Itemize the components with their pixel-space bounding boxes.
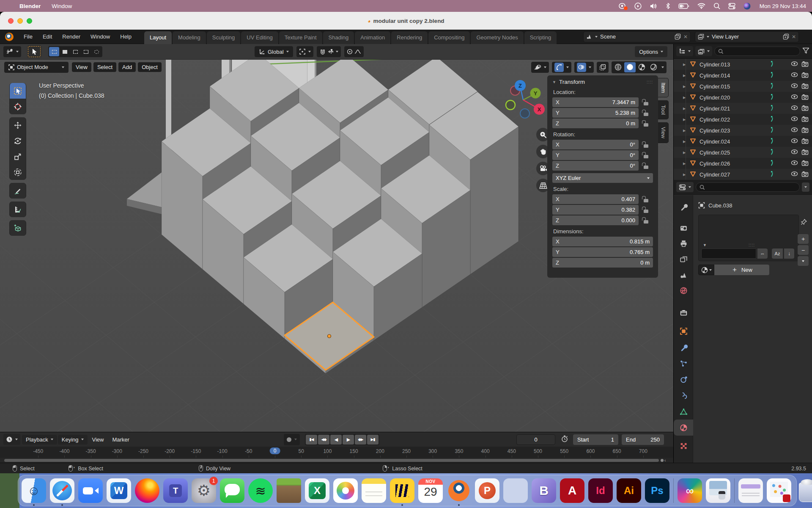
location-z-field[interactable]: Z0 m xyxy=(552,119,653,128)
timeline-menu-playback[interactable]: Playback xyxy=(22,435,57,444)
remove-slot-button[interactable]: − xyxy=(798,245,809,255)
control-center-icon[interactable] xyxy=(728,3,735,9)
outliner-row-cylinder-027[interactable]: ▶Cylinder.027 xyxy=(674,169,812,180)
sidebar-tab-item[interactable]: Item xyxy=(658,78,669,97)
disable-render-icon[interactable] xyxy=(801,94,809,101)
hide-viewport-icon[interactable] xyxy=(791,94,798,101)
object-name[interactable]: Cylinder.024 xyxy=(700,138,730,145)
rotation-z-field[interactable]: Z0° xyxy=(552,161,653,171)
object-name[interactable]: Cylinder.023 xyxy=(700,127,730,134)
select-mode-intersect-button[interactable] xyxy=(91,47,102,56)
shading-material-button[interactable] xyxy=(636,62,647,72)
jump-next-keyframe-button[interactable]: ◆▶ xyxy=(355,435,366,444)
play-reverse-button[interactable]: ◀ xyxy=(330,435,342,444)
tool-select-box-button[interactable] xyxy=(9,83,26,99)
jump-to-end-button[interactable]: ▶▮ xyxy=(367,435,379,444)
dock-firefox[interactable] xyxy=(135,478,159,503)
slot-specials-button[interactable] xyxy=(798,256,809,266)
workspace-tab-rendering[interactable]: Rendering xyxy=(391,31,428,44)
rotation-mode-select[interactable]: XYZ Euler xyxy=(552,173,653,183)
disable-render-icon[interactable] xyxy=(801,160,809,167)
dock-word[interactable]: W xyxy=(107,478,131,503)
properties-options-button[interactable] xyxy=(802,182,809,192)
workspace-tab-animation[interactable]: Animation xyxy=(355,31,390,44)
properties-editor-type-button[interactable] xyxy=(676,182,694,192)
slot-expand-icon[interactable]: ▼ xyxy=(703,243,707,247)
lock-icon[interactable] xyxy=(644,199,648,202)
hide-viewport-icon[interactable] xyxy=(791,127,798,134)
tool-scale-button[interactable] xyxy=(9,149,26,164)
timeline-editor-type-button[interactable] xyxy=(3,434,20,445)
dock-launchpad[interactable] xyxy=(503,478,528,503)
swap-material-button[interactable]: ⇔ xyxy=(757,248,768,259)
pivot-point-button[interactable] xyxy=(296,46,313,57)
properties-tab-object[interactable] xyxy=(677,325,690,337)
properties-tab-output[interactable] xyxy=(677,237,690,250)
outliner-row-cylinder-023[interactable]: ▶Cylinder.023 xyxy=(674,125,812,136)
hide-viewport-icon[interactable] xyxy=(791,171,798,178)
properties-tab-constraints[interactable] xyxy=(677,389,690,402)
expand-icon[interactable]: ▶ xyxy=(683,63,687,66)
outliner-display-mode-button[interactable] xyxy=(695,46,712,56)
disable-render-icon[interactable] xyxy=(801,83,809,90)
bluetooth-icon[interactable] xyxy=(666,3,670,9)
lock-icon[interactable] xyxy=(644,144,648,148)
properties-tab-scene[interactable] xyxy=(677,268,690,281)
transform-orientation-select[interactable]: Global xyxy=(255,46,293,57)
topbar-menu-help[interactable]: Help xyxy=(120,33,132,40)
dock-calendar[interactable]: NOV29 xyxy=(418,478,443,503)
expand-icon[interactable]: ▶ xyxy=(683,129,687,133)
dock-folder-photo[interactable] xyxy=(706,478,730,503)
workspace-tab-texture-paint[interactable]: Texture Paint xyxy=(279,31,322,44)
dock-safari[interactable] xyxy=(50,478,74,503)
tool-add-cube-button[interactable] xyxy=(9,220,26,236)
editor-type-button[interactable] xyxy=(3,46,21,57)
dock-powerpoint[interactable]: P xyxy=(475,478,499,503)
scale-z-field[interactable]: Z0.000 xyxy=(552,215,653,225)
properties-tab-particles[interactable] xyxy=(677,357,690,370)
dock-trash[interactable] xyxy=(795,478,812,503)
new-view-layer-icon[interactable] xyxy=(783,33,789,40)
disable-render-icon[interactable] xyxy=(801,105,809,112)
sidebar-tab-view[interactable]: View xyxy=(658,122,669,143)
viewport-menu-select[interactable]: Select xyxy=(93,62,116,72)
location-x-field[interactable]: X7.3447 m xyxy=(552,97,653,107)
lock-icon[interactable] xyxy=(644,113,648,116)
lock-icon[interactable] xyxy=(644,123,648,127)
outliner-row-cylinder-024[interactable]: ▶Cylinder.024 xyxy=(674,136,812,147)
properties-tab-object-data[interactable] xyxy=(677,405,690,418)
dimensions-y-field[interactable]: Y0.765 m xyxy=(552,247,653,257)
tool-transform-button[interactable] xyxy=(9,164,26,180)
dock-creative-cloud[interactable]: ∞ xyxy=(678,478,702,503)
workspace-tab-compositing[interactable]: Compositing xyxy=(428,31,470,44)
use-preview-range-icon[interactable] xyxy=(561,435,568,444)
outliner-search-input[interactable] xyxy=(714,47,800,56)
disable-render-icon[interactable] xyxy=(801,149,809,156)
properties-tab-physics[interactable] xyxy=(677,373,690,386)
hide-viewport-icon[interactable] xyxy=(791,160,798,167)
lock-icon[interactable] xyxy=(644,102,648,105)
properties-tab-tool[interactable] xyxy=(677,200,690,213)
hide-viewport-icon[interactable] xyxy=(791,61,798,68)
rotation-y-field[interactable]: Y0° xyxy=(552,150,653,160)
hide-viewport-icon[interactable] xyxy=(791,138,798,145)
remove-view-layer-icon[interactable]: ✕ xyxy=(792,34,796,40)
expand-icon[interactable]: ▶ xyxy=(683,173,687,177)
dimensions-z-field[interactable]: Z0 m xyxy=(552,258,653,268)
unlink-scene-icon[interactable]: ✕ xyxy=(683,34,688,40)
dock-notes[interactable] xyxy=(362,478,386,503)
outliner-row-cylinder-014[interactable]: ▶Cylinder.014 xyxy=(674,70,812,81)
dock-excel[interactable]: X xyxy=(305,478,329,503)
timeline-menu-marker[interactable]: Marker xyxy=(108,435,133,444)
properties-search-input[interactable] xyxy=(696,182,800,192)
sidebar-tab-tool[interactable]: Tool xyxy=(658,100,669,119)
object-name[interactable]: Cylinder.022 xyxy=(700,116,730,123)
outliner-row-cylinder-021[interactable]: ▶Cylinder.021 xyxy=(674,103,812,114)
dock-acrobat[interactable]: A xyxy=(560,478,584,503)
outliner-row-cylinder-013[interactable]: ▶Cylinder.013 xyxy=(674,59,812,70)
collapse-panel-icon[interactable]: ▼ xyxy=(552,80,556,84)
select-mode-new-button[interactable] xyxy=(49,47,59,56)
expand-icon[interactable]: ▶ xyxy=(683,107,687,110)
hide-viewport-icon[interactable] xyxy=(791,149,798,156)
disable-render-icon[interactable] xyxy=(801,127,809,134)
